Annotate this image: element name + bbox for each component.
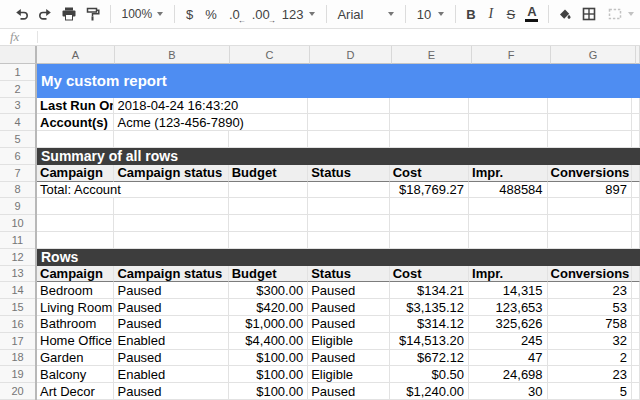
row-number[interactable]: 2 — [0, 81, 35, 98]
cell[interactable]: Art Decor — [37, 383, 114, 400]
cell[interactable]: $1,000.00 — [229, 316, 308, 333]
cell[interactable]: Conversions — [548, 165, 632, 182]
strikethrough-button[interactable]: S — [501, 2, 521, 26]
row-number[interactable]: 14 — [0, 282, 35, 299]
cell[interactable]: Campaign — [37, 266, 114, 283]
row-number[interactable]: 3 — [0, 98, 35, 115]
format-percent-button[interactable]: % — [199, 2, 223, 26]
column-header-C[interactable]: C — [230, 46, 310, 64]
cell[interactable] — [114, 198, 228, 215]
cell[interactable]: Budget — [229, 266, 308, 283]
cell[interactable] — [308, 198, 389, 215]
cell[interactable]: Enabled — [114, 333, 228, 350]
cell[interactable] — [390, 215, 469, 232]
row-number[interactable]: 6 — [0, 148, 35, 165]
column-header-A[interactable]: A — [37, 46, 115, 64]
cell[interactable]: $3,135.12 — [390, 299, 469, 316]
cell[interactable]: 245 — [469, 333, 547, 350]
increase-decimal-button[interactable]: .00 → — [246, 2, 276, 26]
cell[interactable]: $300.00 — [229, 282, 308, 299]
select-all-corner[interactable] — [0, 46, 37, 64]
cell[interactable]: Home Office — [37, 333, 114, 350]
cell[interactable]: Paused — [114, 350, 228, 367]
cell[interactable] — [114, 215, 228, 232]
cell[interactable] — [548, 131, 632, 148]
cell[interactable]: Bathroom — [37, 316, 114, 333]
cell[interactable] — [114, 232, 228, 249]
cell[interactable]: 123,653 — [469, 299, 547, 316]
cell[interactable]: 325,626 — [469, 316, 547, 333]
cell[interactable]: 30 — [469, 383, 547, 400]
fill-color-button[interactable] — [554, 2, 578, 26]
cell[interactable]: Paused — [308, 282, 389, 299]
cell[interactable]: $0.50 — [390, 366, 469, 383]
cell[interactable]: Campaign status — [114, 266, 228, 283]
cell[interactable]: Paused — [308, 299, 389, 316]
cell[interactable]: Paused — [308, 350, 389, 367]
cell[interactable]: 14,315 — [469, 282, 547, 299]
cell[interactable]: Paused — [114, 299, 228, 316]
cell[interactable]: Eligible — [308, 333, 389, 350]
cell[interactable]: Bedroom — [37, 282, 114, 299]
cell[interactable]: 2018-04-24 16:43:20 — [114, 98, 308, 115]
row-number[interactable]: 15 — [0, 299, 35, 316]
cell[interactable]: $314.12 — [390, 316, 469, 333]
row-number[interactable]: 18 — [0, 350, 35, 367]
cell[interactable]: 2 — [548, 350, 632, 367]
cell[interactable]: Paused — [308, 316, 389, 333]
cell[interactable] — [469, 98, 547, 115]
cell[interactable]: $672.12 — [390, 350, 469, 367]
cell[interactable]: Total: Account — [37, 182, 229, 199]
cell[interactable]: 897 — [548, 182, 632, 199]
merged-band[interactable]: My custom report — [37, 64, 640, 98]
cell[interactable] — [229, 182, 308, 199]
print-button[interactable] — [57, 2, 81, 26]
cell[interactable] — [548, 215, 632, 232]
row-number[interactable]: 11 — [0, 232, 35, 249]
cell[interactable] — [390, 98, 469, 115]
cell[interactable] — [390, 198, 469, 215]
row-number[interactable]: 13 — [0, 266, 35, 283]
number-format-menu[interactable]: 123 — [276, 2, 321, 26]
row-number[interactable]: 9 — [0, 198, 35, 215]
cell[interactable] — [114, 131, 228, 148]
cell[interactable] — [469, 198, 547, 215]
cell[interactable] — [469, 232, 547, 249]
cell[interactable]: $18,769.27 — [390, 182, 469, 199]
column-header-D[interactable]: D — [310, 46, 392, 64]
cell[interactable]: Cost — [390, 165, 469, 182]
cell[interactable]: Acme (123-456-7890) — [114, 114, 308, 131]
cell[interactable] — [308, 232, 389, 249]
formula-input[interactable] — [19, 29, 640, 45]
cell[interactable]: Campaign status — [114, 165, 228, 182]
undo-button[interactable] — [10, 2, 34, 26]
cell[interactable] — [390, 131, 469, 148]
cell[interactable] — [229, 131, 308, 148]
cell[interactable]: Status — [308, 266, 389, 283]
cell[interactable]: Paused — [308, 383, 389, 400]
column-header-G[interactable]: G — [551, 46, 636, 64]
cell[interactable] — [229, 232, 308, 249]
cell[interactable]: Living Room — [37, 299, 114, 316]
cell[interactable] — [229, 198, 308, 215]
cell[interactable] — [469, 114, 547, 131]
row-number[interactable]: 5 — [0, 131, 35, 148]
cell[interactable]: 24,698 — [469, 366, 547, 383]
cell[interactable]: 47 — [469, 350, 547, 367]
cell[interactable] — [548, 98, 632, 115]
cell[interactable]: Paused — [114, 282, 228, 299]
row-number[interactable]: 16 — [0, 316, 35, 333]
cell[interactable] — [469, 131, 547, 148]
cell[interactable] — [548, 198, 632, 215]
cell[interactable]: Status — [308, 165, 389, 182]
cell[interactable] — [37, 232, 114, 249]
cell[interactable]: Paused — [114, 383, 228, 400]
cell[interactable]: $134.21 — [390, 282, 469, 299]
bold-button[interactable]: B — [461, 2, 481, 26]
row-number[interactable]: 20 — [0, 383, 35, 400]
cell[interactable] — [308, 98, 389, 115]
cell[interactable] — [37, 198, 114, 215]
cell[interactable]: Last Run On — [37, 98, 114, 115]
format-currency-button[interactable]: $ — [180, 2, 199, 26]
cell[interactable] — [390, 232, 469, 249]
